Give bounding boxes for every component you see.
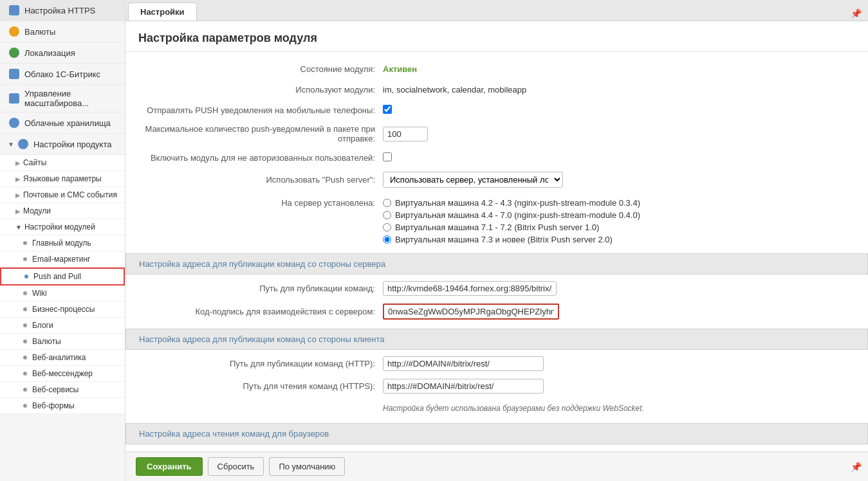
- radio-7.3[interactable]: [383, 235, 391, 244]
- push-server-row: Использовать "Push server": Использовать…: [125, 168, 868, 192]
- pub-http-input[interactable]: [383, 356, 544, 371]
- sidebar-label-mail: Почтовые и СМС события: [23, 190, 117, 199]
- sidebar-label-web-services: Веб-сервисы: [32, 385, 78, 394]
- sidebar-item-scaling[interactable]: Управление масштабирова...: [0, 85, 125, 113]
- sidebar-label-web-analytics: Веб-аналитика: [32, 353, 86, 362]
- dot-icon: [23, 340, 27, 343]
- tab-settings[interactable]: Настройки: [128, 3, 197, 21]
- radio-4.4[interactable]: [383, 211, 391, 219]
- sidebar-label-main-module: Главный модуль: [32, 239, 91, 248]
- dot-icon: [23, 291, 27, 295]
- installed-on-label: На сервер установлена:: [138, 198, 383, 208]
- sidebar-label-scaling: Управление масштабирова...: [24, 89, 120, 108]
- sidebar-item-locale[interactable]: Локализация: [0, 42, 125, 64]
- sidebar-label-blogs: Блоги: [32, 321, 53, 330]
- globe-icon: [8, 46, 21, 59]
- tab-bar: Настройки 📌: [125, 0, 868, 21]
- dot-icon: [24, 275, 28, 278]
- sidebar-label-email-marketing: Email-маркетинг: [32, 255, 90, 264]
- radio-label-7.3: Виртуальная машина 7.3 и новее (Bitrix P…: [395, 235, 613, 244]
- signature-input[interactable]: [384, 305, 558, 318]
- module-status-label: Состояние модуля:: [138, 64, 383, 74]
- enable-unauth-label: Включить модуль для не авторизованных по…: [138, 153, 383, 163]
- sidebar-label-module-settings: Настройки модулей: [24, 222, 95, 231]
- sidebar-item-https[interactable]: Настройка HTTPS: [0, 0, 125, 21]
- sidebar-item-wiki[interactable]: Wiki: [0, 286, 125, 302]
- websocket-note: Настройка будет использована браузерами …: [383, 404, 644, 413]
- pub-https-input[interactable]: [383, 379, 544, 394]
- bottom-toolbar: Сохранить Сбросить По умолчанию 📌: [125, 451, 868, 481]
- dot-icon: [23, 372, 27, 376]
- max-push-input[interactable]: [383, 127, 428, 141]
- sidebar-label-sites: Сайты: [23, 158, 46, 167]
- sidebar-label-modules: Модули: [23, 206, 51, 215]
- chevron-down-icon: ▼: [8, 141, 14, 148]
- sidebar-label-cloud: Облако 1С-Битрикс: [24, 69, 100, 79]
- form-container: Состояние модуля: Активен Используют мод…: [125, 52, 868, 451]
- settings-icon: [17, 138, 30, 150]
- radio-row-7.3: Виртуальная машина 7.3 и новее (Bitrix P…: [383, 235, 855, 244]
- reset-button[interactable]: Сбросить: [208, 457, 264, 476]
- module-status-value: Активен: [383, 64, 855, 74]
- client-pub-section-header: Настройка адреса для публикации команд с…: [125, 329, 868, 350]
- sidebar-item-web-services[interactable]: Веб-сервисы: [0, 382, 125, 398]
- dot-icon: [23, 388, 27, 392]
- sidebar-item-blogs[interactable]: Блоги: [0, 318, 125, 334]
- sidebar-item-sites[interactable]: ▶ Сайты: [0, 155, 125, 171]
- module-status-row: Состояние модуля: Активен: [125, 59, 868, 79]
- push-server-select[interactable]: Использовать сервер, установленный локал…: [383, 172, 563, 188]
- main-panel: Настройки 📌 Настройка параметров модуля …: [125, 0, 868, 481]
- sidebar-item-business-proc[interactable]: Бизнес-процессы: [0, 302, 125, 318]
- pub-https-row: Путь для чтения команд (HTTPS):: [125, 375, 868, 397]
- sidebar-item-push-pull[interactable]: Push and Pull: [0, 268, 125, 286]
- sidebar-item-messenger[interactable]: Веб-мессенджер: [0, 366, 125, 382]
- modules-used-label: Используют модули:: [138, 85, 383, 95]
- scale-icon: [8, 92, 21, 105]
- pin-icon: 📌: [851, 8, 862, 19]
- page-title: Настройка параметров модуля: [125, 21, 868, 52]
- sidebar-item-module-settings[interactable]: ▼ Настройки модулей: [0, 219, 125, 235]
- sidebar-item-web-analytics[interactable]: Веб-аналитика: [0, 350, 125, 366]
- currency-icon: [8, 25, 21, 38]
- sidebar-item-storage[interactable]: Облачные хранилища: [0, 113, 125, 134]
- sidebar-item-modules[interactable]: ▶ Модули: [0, 203, 125, 219]
- server-pub-section-header: Настройка адреса для публикации команд с…: [125, 253, 868, 275]
- sidebar-item-mail[interactable]: ▶ Почтовые и СМС события: [0, 187, 125, 203]
- send-push-label: Отправлять PUSH уведомления на мобильные…: [138, 105, 383, 115]
- websocket-note-row: Настройка будет использована браузерами …: [125, 397, 868, 418]
- sidebar-item-web-forms[interactable]: Веб-формы: [0, 398, 125, 414]
- pub-path-input[interactable]: [383, 281, 557, 296]
- send-push-checkbox[interactable]: [383, 105, 392, 114]
- save-button[interactable]: Сохранить: [136, 457, 203, 476]
- dot-icon: [23, 356, 27, 359]
- sidebar-label-storage: Облачные хранилища: [24, 118, 111, 128]
- radio-7.1[interactable]: [383, 223, 391, 231]
- enable-unauth-row: Включить модуль для не авторизованных по…: [125, 147, 868, 168]
- sidebar-item-lang[interactable]: ▶ Языковые параметры: [0, 171, 125, 187]
- sidebar-item-product-settings[interactable]: ▼ Настройки продукта: [0, 134, 125, 155]
- radio-label-7.1: Виртуальная машина 7.1 - 7.2 (Bitrix Pus…: [395, 222, 599, 232]
- chevron-down-icon: ▼: [15, 224, 22, 231]
- max-push-label: Максимальное количество push-уведомлений…: [138, 124, 383, 143]
- pub-path-label: Путь для публикации команд:: [138, 284, 383, 293]
- signature-label: Код-подпись для взаимодействия с серверо…: [138, 307, 383, 316]
- sidebar-item-main-module[interactable]: Главный модуль: [0, 235, 125, 251]
- radio-label-4.4: Виртуальная машина 4.4 - 7.0 (nginx-push…: [395, 210, 640, 220]
- sidebar-item-currencies2[interactable]: Валюты: [0, 334, 125, 350]
- sidebar-item-cloud[interactable]: Облако 1С-Битрикс: [0, 64, 125, 85]
- radio-4.2[interactable]: [383, 199, 391, 207]
- browser-section-header: Настройка адреса чтения команд для брауз…: [125, 423, 868, 444]
- enable-unauth-checkbox[interactable]: [383, 152, 392, 161]
- signature-row: Код-подпись для взаимодействия с серверо…: [125, 300, 868, 323]
- default-button[interactable]: По умолчанию: [269, 457, 345, 476]
- sidebar-item-currencies[interactable]: Валюты: [0, 21, 125, 42]
- dot-icon: [23, 307, 27, 311]
- radio-row-4.4: Виртуальная машина 4.4 - 7.0 (nginx-push…: [383, 210, 855, 220]
- content-area: Настройка параметров модуля Состояние мо…: [125, 21, 868, 451]
- sidebar-label-locale: Локализация: [24, 48, 75, 58]
- sidebar: Настройка HTTPS Валюты Локализация Облак…: [0, 0, 125, 481]
- sidebar-item-email-marketing[interactable]: Email-маркетинг: [0, 251, 125, 268]
- status-active-badge: Активен: [383, 64, 417, 74]
- radio-row-7.1: Виртуальная машина 7.1 - 7.2 (Bitrix Pus…: [383, 222, 855, 232]
- pub-http-label: Путь для публикации команд (HTTP):: [138, 359, 383, 368]
